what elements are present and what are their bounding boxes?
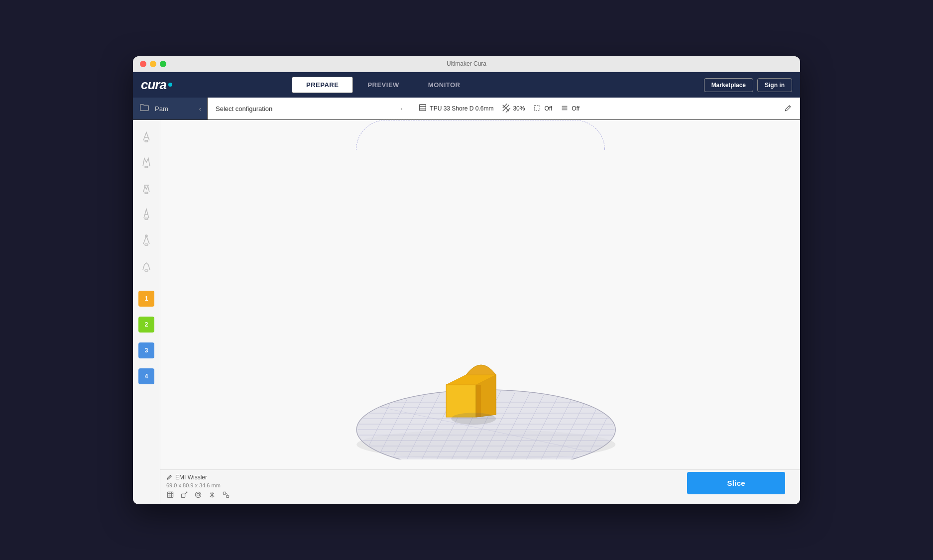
object-tools [166,491,230,500]
sidebar-item-2[interactable]: 2 [134,312,159,337]
support-icon [533,104,542,114]
badge-4[interactable]: 4 [138,368,154,384]
logo-text: cura [141,77,166,93]
edit-settings[interactable] [784,104,792,113]
file-section: Pam ‹ [133,98,208,119]
slice-btn-container: Slice [687,472,785,494]
material-icon [418,103,427,114]
svg-rect-51 [181,494,185,497]
main-window: Ultimaker Cura cura PREPARE PREVIEW MONI… [133,56,800,504]
infill-icon [501,104,510,114]
signin-button[interactable]: Sign in [757,78,792,92]
infill-label: 30% [513,105,525,112]
material-setting[interactable]: TPU 33 Shore D 0.6mm [418,103,493,114]
material-label: TPU 33 Shore D 0.6mm [430,105,493,112]
sidebar-item-tool2[interactable] [134,150,159,175]
slice-button[interactable]: Slice [687,472,785,494]
sidebar: 1 2 3 4 [133,120,160,504]
tab-preview[interactable]: PREVIEW [353,77,413,93]
adhesion-icon [560,104,569,114]
printer-chevron-icon[interactable]: ‹ [199,105,201,112]
object-name: EMI Wissler [175,474,207,481]
logo: cura [141,77,172,93]
logo-dot [168,83,172,87]
sidebar-item-tool1[interactable] [134,124,159,149]
svg-rect-7 [145,140,148,142]
title-bar: Ultimaker Cura [133,56,800,72]
svg-rect-12 [145,244,148,245]
sidebar-item-tool4[interactable] [134,202,159,226]
close-button[interactable] [140,61,146,67]
edit-object-icon [166,474,173,480]
svg-rect-9 [145,192,148,194]
sidebar-item-tool6[interactable] [134,253,159,278]
tab-prepare[interactable]: PREPARE [292,77,353,93]
edit-icon [784,104,792,113]
tool-rotate-icon[interactable] [194,491,202,500]
maximize-button[interactable] [160,61,166,67]
sidebar-item-tool5[interactable] [134,227,159,252]
settings-section: TPU 33 Shore D 0.6mm 30% Off [410,98,800,119]
build-volume-arc [356,120,605,150]
svg-rect-54 [223,492,226,494]
support-setting[interactable]: Off [533,104,552,114]
adhesion-setting[interactable]: Off [560,104,580,114]
marketplace-button[interactable]: Marketplace [704,78,753,92]
tab-monitor[interactable]: MONITOR [414,77,475,93]
infill-setting[interactable]: 30% [501,104,525,114]
config-chevron-icon[interactable]: ‹ [401,106,403,112]
badge-3[interactable]: 3 [138,342,154,358]
svg-rect-47 [476,385,481,417]
svg-rect-10 [145,218,148,220]
svg-rect-52 [195,492,201,497]
sidebar-item-1[interactable]: 1 [134,286,159,311]
svg-point-49 [451,413,496,425]
badge-1[interactable]: 1 [138,291,154,307]
svg-rect-8 [145,166,148,168]
folder-icon[interactable] [139,102,150,115]
config-label: Select configuration [216,105,272,112]
svg-rect-3 [535,105,540,111]
config-section: Select configuration ‹ [208,98,410,119]
toolbar: Pam ‹ Select configuration ‹ TPU 33 Shor… [133,98,800,120]
sidebar-item-4[interactable]: 4 [134,364,159,389]
viewport[interactable]: EMI Wissler 69.0 x 80.9 x 34.6 mm [160,120,800,504]
svg-rect-53 [197,493,200,496]
svg-rect-55 [227,495,229,497]
top-nav: cura PREPARE PREVIEW MONITOR Marketplace… [133,72,800,98]
nav-actions: Marketplace Sign in [704,78,792,92]
window-title: Ultimaker Cura [447,60,486,67]
badge-2[interactable]: 2 [138,317,154,333]
traffic-lights [140,61,166,67]
svg-rect-46 [446,385,476,417]
tool-scale-icon[interactable] [180,491,188,500]
tool-move-icon[interactable] [166,491,174,500]
object-name-row: EMI Wissler [166,474,207,481]
svg-rect-50 [167,492,173,497]
main-content: 1 2 3 4 [133,120,800,504]
svg-rect-13 [145,270,148,271]
sidebar-item-3[interactable]: 3 [134,338,159,363]
object-dimensions: 69.0 x 80.9 x 34.6 mm [166,482,221,488]
print-bed [347,310,625,459]
tool-mirror-icon[interactable] [208,491,216,500]
tool-permodel-icon[interactable] [222,491,230,500]
sidebar-item-tool3[interactable] [134,176,159,201]
adhesion-label: Off [572,105,580,112]
svg-rect-0 [420,105,426,111]
printer-name: Pam [155,105,168,112]
nav-tabs: PREPARE PREVIEW MONITOR [292,77,475,93]
support-label: Off [544,105,552,112]
sidebar-separator [133,279,160,285]
minimize-button[interactable] [150,61,156,67]
